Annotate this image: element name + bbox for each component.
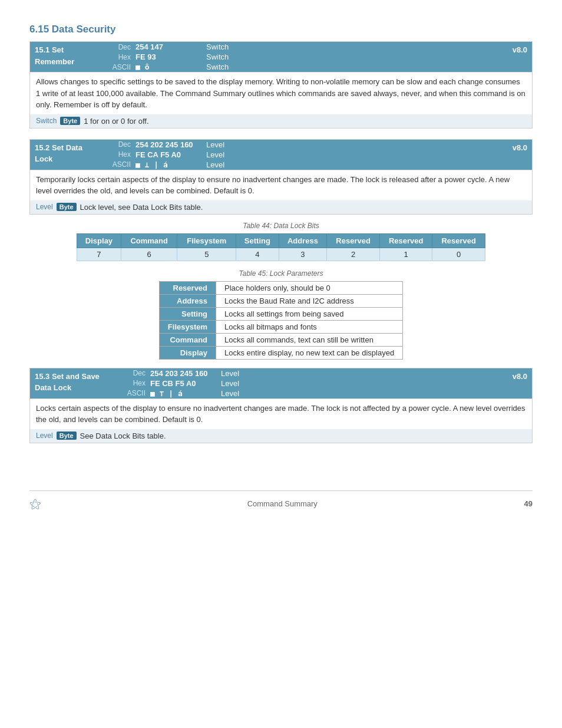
command-block-153: 15.3 Set and SaveData Lock Dec 254 203 2… [29,368,533,443]
footer-logo: ⚝ [29,497,41,510]
cmd-rows-151: Dec 254 147 Switch Hex FE 93 Switch ASCI… [107,42,508,72]
command-block-152: 15.2 Set DataLock Dec 254 202 245 160 Le… [29,139,533,215]
cmd-row-ascii-152: ASCII ■ ⊥ | á Level [107,160,508,170]
cmd-param-hex-151: Switch [206,52,229,61]
cmd-param-ascii-152: Level [206,160,224,169]
cmd-desc-152: Temporarily locks certain aspects of the… [30,170,532,200]
cmd-value-dec-152: 254 202 245 160 [135,140,206,149]
cmd-type-ascii-153: ASCII [124,389,150,397]
cmd-type-hex-152: Hex [109,150,135,159]
cmd-type-ascii-151: ASCII [109,63,135,71]
lock-desc-filesystem: Locks all bitmaps and fonts [216,320,403,333]
cmd-param-row-152: Level Byte Lock level, see Data Lock Bit… [30,200,532,214]
cmd-param-row-151: Switch Byte 1 for on or 0 for off. [30,114,532,128]
tables-container-152: Table 44: Data Lock Bits Display Command… [29,222,533,360]
cmd-row-dec-151: Dec 254 147 Switch [107,42,508,52]
lock-row-display: Display Locks entire display, no new tex… [159,346,402,359]
footer-page: 49 [524,499,533,508]
command-header-152: 15.2 Set DataLock Dec 254 202 245 160 Le… [30,140,532,170]
cmd-param-row-153: Level Byte See Data Lock Bits table. [30,429,532,443]
td-1: 1 [379,248,432,261]
cmd-param-dec-152: Level [206,140,224,149]
cmd-name-153: 15.3 Set and SaveData Lock [30,368,121,398]
cmd-param-dec-151: Switch [206,42,229,51]
lock-row-address: Address Locks the Baud Rate and I2C addr… [159,294,402,307]
lock-label-filesystem: Filesystem [159,320,216,333]
lock-desc-command: Locks all commands, text can still be wr… [216,333,403,346]
lock-label-display: Display [159,346,216,359]
param-desc-152: Lock level, see Data Lock Bits table. [80,203,203,212]
lock-desc-setting: Locks all settings from being saved [216,307,403,320]
cmd-row-dec-153: Dec 254 203 245 160 Level [121,368,508,378]
cmd-row-hex-153: Hex FE CB F5 A0 Level [121,378,508,388]
cmd-row-ascii-153: ASCII ■ ⊤ | á Level [121,388,508,398]
th-reserved2: Reserved [379,233,432,248]
cmd-type-dec-151: Dec [109,43,135,51]
cmd-rows-153: Dec 254 203 245 160 Level Hex FE CB F5 A… [121,368,508,398]
td-3: 3 [279,248,327,261]
cmd-row-dec-152: Dec 254 202 245 160 Level [107,140,508,150]
cmd-version-151: v8.0 [508,44,532,56]
cmd-value-hex-152: FE CA F5 A0 [135,150,206,159]
command-block-151: 15.1 SetRemember Dec 254 147 Switch Hex … [29,41,533,129]
cmd-param-ascii-151: Switch [206,62,229,71]
td-6: 6 [121,248,177,261]
cmd-value-dec-151: 254 147 [135,42,206,51]
th-reserved1: Reserved [327,233,380,248]
param-type-152: Byte [57,203,77,211]
param-label-151: Switch [36,117,57,125]
table44-value-row: 7 6 5 4 3 2 1 0 [77,248,485,261]
cmd-value-ascii-151: ■ ô [135,62,206,71]
footer: ⚝ Command Summary 49 [29,490,533,510]
param-desc-151: 1 for on or 0 for off. [84,117,148,126]
footer-center: Command Summary [247,499,318,508]
table44-caption: Table 44: Data Lock Bits [77,222,485,230]
cmd-row-hex-151: Hex FE 93 Switch [107,52,508,62]
cmd-name-151: 15.1 SetRemember [30,42,107,72]
cmd-type-hex-151: Hex [109,53,135,61]
cmd-name-152: 15.2 Set DataLock [30,140,107,170]
cmd-type-hex-153: Hex [124,379,150,387]
section-title: 6.15 Data Security [29,24,533,35]
table45: Reserved Place holders only, should be 0… [159,281,403,360]
th-command: Command [121,233,177,248]
lock-label-reserved: Reserved [159,281,216,294]
cmd-desc-153: Locks certain aspects of the display to … [30,398,532,429]
cmd-value-ascii-152: ■ ⊥ | á [135,160,206,169]
cmd-param-ascii-153: Level [221,389,239,398]
th-display: Display [77,233,121,248]
cmd-version-153: v8.0 [508,370,532,383]
th-setting: Setting [236,233,279,248]
td-7: 7 [77,248,121,261]
table44-header-row: Display Command Filesystem Setting Addre… [77,233,485,248]
lock-label-address: Address [159,294,216,307]
td-0: 0 [432,248,485,261]
td-5: 5 [177,248,236,261]
cmd-rows-152: Dec 254 202 245 160 Level Hex FE CA F5 A… [107,140,508,170]
th-filesystem: Filesystem [177,233,236,248]
lock-desc-reserved: Place holders only, should be 0 [216,281,403,294]
lock-row-reserved: Reserved Place holders only, should be 0 [159,281,402,294]
command-header-153: 15.3 Set and SaveData Lock Dec 254 203 2… [30,368,532,398]
cmd-type-dec-153: Dec [124,369,150,377]
param-desc-153: See Data Lock Bits table. [80,431,166,440]
td-2: 2 [327,248,380,261]
param-type-153: Byte [57,431,77,440]
th-reserved3: Reserved [432,233,485,248]
cmd-param-hex-153: Level [221,379,239,388]
command-header-151: 15.1 SetRemember Dec 254 147 Switch Hex … [30,42,532,72]
table45-caption: Table 45: Lock Parameters [77,269,485,278]
lock-desc-display: Locks entire display, no new text can be… [216,346,403,359]
lock-desc-address: Locks the Baud Rate and I2C address [216,294,403,307]
cmd-value-hex-153: FE CB F5 A0 [150,379,221,388]
lock-label-command: Command [159,333,216,346]
table44: Display Command Filesystem Setting Addre… [77,233,485,261]
cmd-value-hex-151: FE 93 [135,52,206,61]
td-4: 4 [236,248,279,261]
param-label-153: Level [36,431,53,440]
th-address: Address [279,233,327,248]
lock-row-command: Command Locks all commands, text can sti… [159,333,402,346]
cmd-desc-151: Allows changes to specific settings to b… [30,72,532,114]
cmd-value-ascii-153: ■ ⊤ | á [150,389,221,398]
cmd-type-dec-152: Dec [109,140,135,149]
